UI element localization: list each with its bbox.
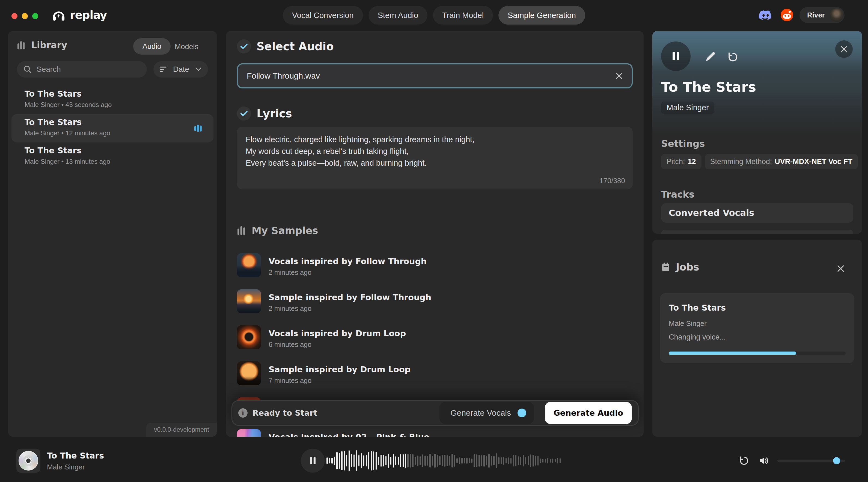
job-subtitle: Male Singer	[669, 319, 707, 328]
chevron-down-icon	[195, 67, 202, 71]
sample-time: 2 minutes ago	[269, 304, 311, 313]
close-icon	[840, 45, 847, 53]
detail-pause-button[interactable]	[661, 41, 690, 71]
sample-thumbnail	[237, 253, 261, 277]
sample-thumbnail	[237, 289, 261, 313]
lyrics-box[interactable]: Flow electric, charged like lightning, s…	[237, 127, 633, 189]
tab-train-model[interactable]: Train Model	[433, 6, 493, 25]
sample-item[interactable]: Sample inspired by Drum Loop7 minutes ag…	[237, 361, 633, 392]
search-placeholder: Search	[37, 65, 61, 74]
sample-item[interactable]: Sample inspired by Follow Through2 minut…	[237, 289, 633, 320]
char-counter: 170/380	[599, 176, 625, 185]
sample-title: Sample inspired by Follow Through	[269, 293, 431, 302]
sample-item[interactable]: Vocals inspired by 02 - Pink & Blue	[237, 429, 633, 437]
tab-audio[interactable]: Audio	[133, 38, 170, 55]
job-status: Changing voice...	[669, 333, 726, 342]
track-item[interactable]: Converted Vocals	[661, 203, 853, 223]
player-bar: To The Stars Male Singer	[0, 437, 868, 482]
traffic-light-close[interactable]	[11, 13, 18, 19]
lyrics-check-icon	[237, 106, 251, 121]
user-chip[interactable]: River	[800, 7, 844, 23]
library-item[interactable]: To The StarsMale Singer • 43 seconds ago	[11, 86, 213, 114]
headphones-icon	[51, 8, 66, 22]
pause-icon	[671, 51, 681, 61]
jobs-card: Jobs To The Stars Male Singer Changing v…	[652, 239, 862, 437]
track-item-partial[interactable]	[661, 230, 853, 234]
avatar	[830, 8, 843, 22]
sort-button[interactable]: Date	[153, 61, 208, 77]
search-icon	[24, 65, 32, 73]
job-title: To The Stars	[669, 303, 726, 313]
lyrics-line: My words cut deep, a rebel's truth takin…	[246, 146, 624, 157]
app-logo-text: replay	[70, 9, 107, 21]
settings-title: Settings	[661, 138, 705, 149]
detail-title: To The Stars	[661, 79, 756, 95]
sample-time: 7 minutes ago	[269, 377, 311, 385]
info-icon: i	[238, 408, 248, 418]
jobs-close-icon[interactable]	[837, 265, 844, 272]
main-panel: Select Audio Follow Through.wav Lyrics F…	[226, 31, 644, 437]
library-item-subtitle: Male Singer • 43 seconds ago	[25, 101, 112, 109]
tab-sample-generation[interactable]: Sample Generation	[498, 6, 585, 25]
traffic-light-zoom[interactable]	[32, 13, 38, 19]
lyrics-line: Every beat's a pulse—bold, raw, and burn…	[246, 157, 624, 169]
generate-vocals-button[interactable]: Generate Vocals	[439, 402, 534, 424]
generate-vocals-toggle[interactable]	[518, 409, 526, 417]
sample-title: Vocals inspired by Drum Loop	[269, 329, 406, 338]
audio-file-input[interactable]: Follow Through.wav	[237, 63, 633, 89]
job-item[interactable]: To The Stars Male Singer Changing voice.…	[660, 293, 854, 363]
edit-pencil-icon[interactable]	[704, 51, 716, 63]
detail-close-button[interactable]	[835, 40, 853, 58]
volume-slider[interactable]	[777, 460, 845, 462]
lyrics-title: Lyrics	[256, 107, 292, 120]
user-name: River	[807, 11, 825, 20]
pitch-badge: Pitch:12	[661, 154, 702, 169]
traffic-light-minimize[interactable]	[22, 13, 28, 19]
sample-thumbnail	[237, 429, 261, 437]
library-title: Library	[31, 40, 67, 51]
version-badge: v0.0.0-development	[146, 423, 217, 437]
detail-card: To The Stars Male Singer Settings Pitch:…	[652, 31, 862, 234]
repeat-icon[interactable]	[739, 456, 749, 465]
sample-thumbnail	[237, 325, 261, 349]
player-track-title: To The Stars	[47, 451, 104, 460]
library-item[interactable]: To The StarsMale Singer • 13 minutes ago	[11, 142, 213, 171]
sample-time: 2 minutes ago	[269, 268, 311, 277]
clear-file-icon[interactable]	[615, 72, 623, 80]
sort-icon	[160, 66, 167, 73]
status-text: Ready to Start	[252, 408, 317, 418]
player-pause-button[interactable]	[301, 449, 325, 473]
album-art	[17, 449, 40, 473]
jobs-title: Jobs	[676, 261, 699, 272]
library-item-subtitle: Male Singer • 12 minutes ago	[25, 129, 110, 137]
search-input[interactable]: Search	[17, 61, 147, 77]
samples-title: My Samples	[252, 225, 318, 236]
reddit-icon[interactable]	[781, 9, 793, 21]
samples-icon	[237, 226, 247, 235]
tracks-title: Tracks	[661, 189, 694, 200]
titlebar: replay Vocal ConversionStem AudioTrain M…	[0, 0, 868, 31]
jobs-icon	[661, 262, 671, 272]
waveform[interactable]	[327, 444, 563, 477]
volume-icon[interactable]	[759, 456, 769, 465]
player-track-subtitle: Male Singer	[47, 463, 85, 471]
audio-file-value: Follow Through.wav	[247, 71, 615, 81]
sample-thumbnail	[237, 361, 261, 385]
sample-item[interactable]: Vocals inspired by Follow Through2 minut…	[237, 253, 633, 284]
player-pause-icon	[309, 457, 317, 465]
tab-stem-audio[interactable]: Stem Audio	[369, 6, 428, 25]
tab-vocal-conversion[interactable]: Vocal Conversion	[283, 6, 363, 25]
stemming-badge: Stemming Method:UVR-MDX-NET Voc FT	[705, 154, 858, 169]
sample-item[interactable]: Vocals inspired by Drum Loop6 minutes ag…	[237, 325, 633, 356]
detail-subtitle-badge: Male Singer	[661, 101, 714, 114]
generate-audio-button[interactable]: Generate Audio	[545, 402, 632, 424]
nav-tabs: Vocal ConversionStem AudioTrain ModelSam…	[283, 6, 585, 25]
discord-icon[interactable]	[758, 10, 773, 21]
app-logo: replay	[51, 8, 107, 22]
volume-knob[interactable]	[833, 457, 840, 464]
regenerate-icon[interactable]	[728, 52, 738, 62]
library-item[interactable]: To The StarsMale Singer • 12 minutes ago	[11, 114, 213, 142]
tab-models[interactable]: Models	[175, 42, 198, 51]
library-item-title: To The Stars	[25, 117, 82, 127]
sample-time: 6 minutes ago	[269, 341, 311, 349]
